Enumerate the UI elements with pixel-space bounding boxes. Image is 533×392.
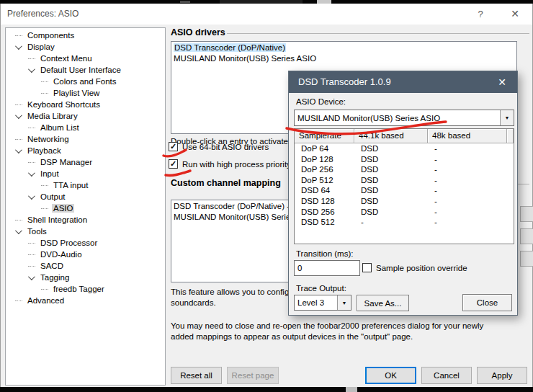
sidebar-item-label: Display (26, 43, 56, 51)
trace-level-value: Level 3 (295, 298, 337, 307)
trace-level-combobox[interactable]: Level 3 ▼ (294, 295, 351, 311)
table-cell: DoP 256 (295, 164, 354, 175)
table-cell: DoP 512 (295, 175, 354, 186)
tree-guide (41, 208, 48, 209)
cancel-button[interactable]: Cancel (421, 367, 472, 384)
samplerate-table[interactable]: Samplerate44.1k based48k basedDoP 64DSD-… (294, 128, 514, 244)
sidebar-item-album-list[interactable]: Album List (6, 122, 165, 133)
sidebar-item-input[interactable]: Input (6, 168, 165, 179)
table-cell: DSD (354, 185, 428, 196)
sidebar-item-label: Media Library (26, 112, 79, 120)
mapping-side-button-1[interactable] (520, 206, 533, 222)
chevron-down-icon[interactable] (15, 43, 22, 50)
tree-guide (15, 300, 22, 301)
chevron-down-icon[interactable] (28, 66, 35, 73)
sidebar-item-shell-integration[interactable]: Shell Integration (6, 214, 165, 226)
table-cell: DSD (354, 164, 428, 175)
high-priority-checkbox[interactable]: ✓ Run with high process priority (169, 159, 291, 169)
sidebar-item-tools[interactable]: Tools (6, 226, 165, 237)
table-row[interactable]: DoP 64DSD- (295, 143, 514, 154)
chevron-down-icon[interactable] (28, 273, 35, 280)
trace-level-dropdown-icon[interactable]: ▼ (337, 295, 351, 310)
tree-guide (41, 93, 48, 94)
transition-input[interactable]: 0 (294, 260, 360, 276)
table-row[interactable]: DoP 512DSD- (295, 175, 514, 186)
tree-guide (15, 35, 22, 36)
chevron-down-icon[interactable] (28, 192, 35, 200)
dsd-close-button[interactable]: Close (462, 294, 512, 311)
asio-device-combobox[interactable]: MUSILAND Monitor(USB) Series ASIO ▼ (294, 110, 514, 126)
list-item[interactable]: MUSILAND Monitor(USB) Series ASIO (171, 53, 516, 64)
sidebar-item-display[interactable]: Display (6, 41, 165, 53)
sidebar-item-networking[interactable]: Networking (6, 133, 165, 145)
table-cell: DSD 64 (295, 185, 354, 196)
table-row[interactable]: DoP 128DSD- (295, 154, 514, 165)
use-64bit-checkbox[interactable]: ✓ Use 64-bit ASIO drivers (169, 142, 269, 151)
chevron-down-icon[interactable] (15, 227, 22, 234)
sidebar-item-playlist-view[interactable]: Playlist View (6, 87, 165, 99)
mapping-side-button-2[interactable] (520, 228, 533, 244)
help-button[interactable]: ? (470, 4, 491, 24)
tree-guide (28, 266, 35, 267)
sidebar-item-components[interactable]: Components (6, 30, 165, 41)
trace-output-label: Trace Output: (296, 284, 346, 293)
sidebar-item-default-user-interface[interactable]: Default User Interface (6, 64, 165, 76)
tree-guide (15, 220, 22, 220)
sidebar-item-context-menu[interactable]: Context Menu (6, 53, 165, 64)
table-cell: - (428, 196, 507, 207)
close-icon[interactable]: ✕ (505, 4, 525, 24)
feature-note: This feature allows you to configur soun… (171, 287, 297, 308)
sidebar-item-dsp-manager[interactable]: DSP Manager (6, 156, 165, 168)
table-cell: DSD (354, 154, 428, 165)
dsd-close-icon[interactable]: ✕ (493, 71, 511, 93)
sidebar-item-tagging[interactable]: Tagging (6, 272, 165, 283)
sidebar-item-tta-input[interactable]: TTA input (6, 179, 165, 191)
column-header[interactable]: Samplerate (295, 129, 354, 143)
table-row[interactable]: DoP 256DSD- (295, 164, 514, 175)
dsd-dialog-title: DSD Transcoder 1.0.9 (298, 71, 391, 93)
sidebar-item-label: DSP Manager (39, 158, 94, 166)
chevron-down-icon[interactable] (28, 169, 35, 177)
high-priority-checkbox-box[interactable]: ✓ (169, 159, 178, 169)
ok-button[interactable]: OK (365, 367, 416, 384)
table-row[interactable]: DSD 128DSD- (295, 196, 514, 207)
save-as-button[interactable]: Save As... (357, 295, 409, 311)
sidebar-item-dsd-processor[interactable]: DSD Processor (6, 237, 165, 249)
sidebar-item-label: DVD-Audio (39, 250, 84, 259)
table-row[interactable]: DSD 64DSD- (295, 185, 514, 196)
sidebar-item-label: Input (39, 169, 61, 178)
column-header[interactable]: 48k based (428, 129, 507, 143)
sidebar-item-colors-and-fonts[interactable]: Colors and Fonts (6, 76, 165, 87)
sidebar-item-dvd-audio[interactable]: DVD-Audio (6, 249, 165, 260)
sample-position-checkbox[interactable]: Sample position override (362, 263, 467, 272)
reopen-note-line2: added mappings to appear as output devic… (171, 331, 483, 342)
chevron-down-icon[interactable] (15, 146, 22, 153)
table-row[interactable]: DSD 256DSD- (295, 207, 514, 218)
column-header-filler (507, 129, 514, 143)
chevron-down-icon[interactable] (15, 112, 22, 119)
sidebar-item-output[interactable]: Output (6, 191, 165, 202)
sample-position-checkbox-box[interactable] (362, 263, 372, 272)
list-item[interactable]: DSD Transcoder (DoP/Native) (171, 43, 516, 53)
list-item-label: DSD Transcoder (DoP/Native) - m (174, 202, 299, 210)
reset-all-button[interactable]: Reset all (171, 367, 222, 384)
mapping-side-button-3[interactable] (520, 251, 533, 267)
sidebar-item-media-library[interactable]: Media Library (6, 110, 165, 122)
sidebar-item-freedb-tagger[interactable]: freedb Tagger (6, 283, 165, 295)
sidebar-item-advanced[interactable]: Advanced (6, 295, 165, 306)
sidebar-item-keyboard-shortcuts[interactable]: Keyboard Shortcuts (6, 99, 165, 110)
use-64bit-checkbox-label: Use 64-bit ASIO drivers (182, 143, 269, 151)
use-64bit-checkbox-box[interactable]: ✓ (169, 142, 178, 151)
sidebar-item-playback[interactable]: Playback (6, 145, 165, 156)
table-cell: DSD 512 (295, 217, 354, 228)
background-artifact (346, 387, 357, 392)
reset-page-button[interactable]: Reset page (227, 367, 279, 384)
sidebar-item-asio[interactable]: ASIO (6, 202, 165, 214)
apply-button[interactable]: Apply (477, 367, 527, 384)
table-row[interactable]: DSD 512-- (295, 217, 514, 228)
tree-guide (41, 81, 48, 82)
sidebar-item-sacd[interactable]: SACD (6, 260, 165, 272)
samplerate-table-header: Samplerate44.1k based48k based (295, 129, 514, 143)
column-header[interactable]: 44.1k based (354, 129, 428, 143)
asio-device-dropdown-icon[interactable]: ▼ (500, 110, 514, 125)
